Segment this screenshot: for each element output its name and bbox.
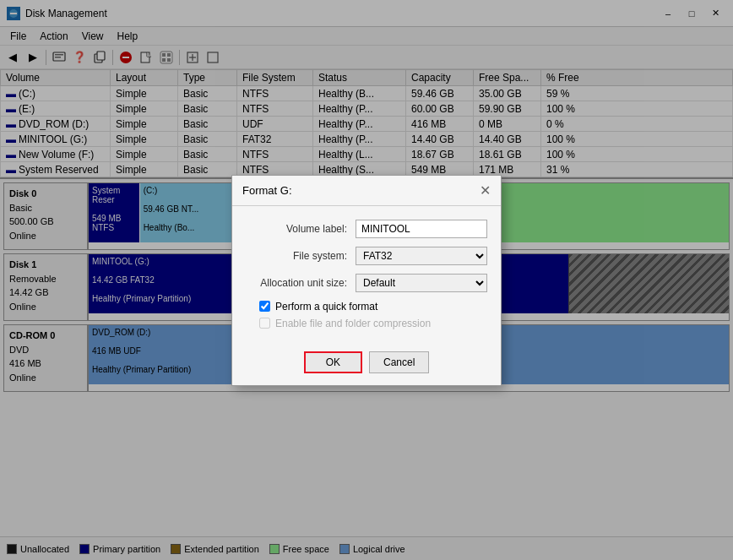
dialog-title-text: Format G: <box>242 184 292 197</box>
quick-format-checkbox[interactable] <box>259 301 270 312</box>
ok-button[interactable]: OK <box>304 351 362 373</box>
format-dialog-overlay: Format G: ✕ Volume label: File system: F… <box>0 0 733 560</box>
dialog-title-bar: Format G: ✕ <box>232 176 501 206</box>
alloc-label: Allocation unit size: <box>246 277 356 289</box>
volume-label-input[interactable] <box>356 220 487 238</box>
cancel-button[interactable]: Cancel <box>369 351 429 373</box>
fs-select[interactable]: FAT32 NTFS exFAT <box>356 247 487 265</box>
fs-row: File system: FAT32 NTFS exFAT <box>246 247 487 265</box>
volume-label-control <box>356 220 487 238</box>
dialog-buttons: OK Cancel <box>232 345 501 385</box>
dialog-close-button[interactable]: ✕ <box>480 182 491 198</box>
compression-row: Enable file and folder compression <box>246 318 487 329</box>
dialog-body: Volume label: File system: FAT32 NTFS ex… <box>232 206 501 345</box>
alloc-select[interactable]: Default 512 1024 2048 4096 <box>356 274 487 292</box>
format-dialog: Format G: ✕ Volume label: File system: F… <box>231 175 502 386</box>
compression-label: Enable file and folder compression <box>275 318 431 329</box>
quick-format-label[interactable]: Perform a quick format <box>275 301 377 313</box>
quick-format-row: Perform a quick format <box>246 301 487 313</box>
alloc-row: Allocation unit size: Default 512 1024 2… <box>246 274 487 292</box>
fs-label: File system: <box>246 250 356 262</box>
compression-checkbox[interactable] <box>259 318 270 329</box>
alloc-control: Default 512 1024 2048 4096 <box>356 274 487 292</box>
volume-label-row: Volume label: <box>246 220 487 238</box>
volume-label-label: Volume label: <box>246 223 356 235</box>
fs-control: FAT32 NTFS exFAT <box>356 247 487 265</box>
